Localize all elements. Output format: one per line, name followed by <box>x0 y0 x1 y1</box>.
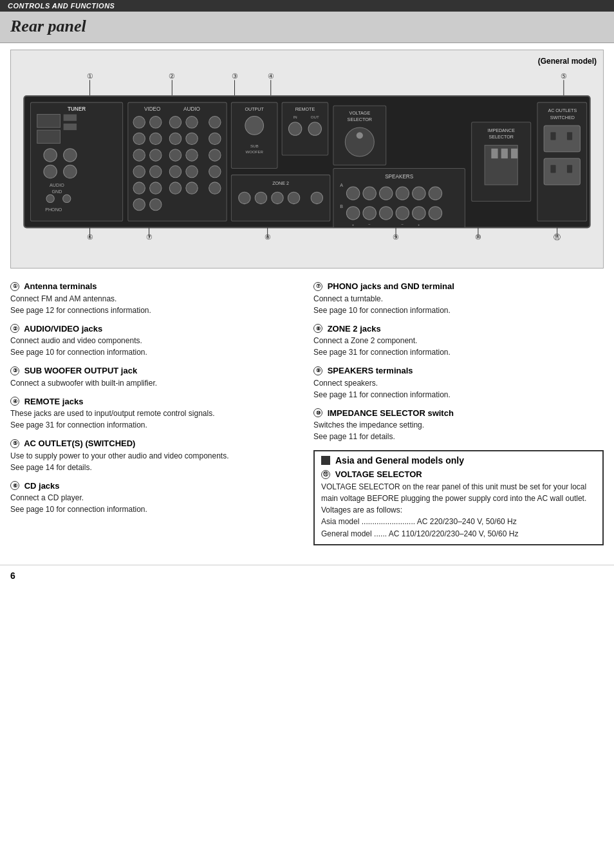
section-cd: ⑥ CD jacks Connect a CD player. See page… <box>10 481 301 516</box>
rear-panel-diagram: ① ② ③ ④ ⑤ TUNER AUDIO GND PHONO VIDEO <box>17 70 597 261</box>
num-8: ⑧ <box>313 324 322 333</box>
section-speakers-body: Connect speakers. See page 11 for connec… <box>313 377 604 401</box>
svg-point-32 <box>186 117 198 128</box>
title-section: Rear panel <box>0 12 614 43</box>
svg-text:A: A <box>340 183 343 188</box>
svg-point-38 <box>209 133 221 144</box>
left-content: ① Antenna terminals Connect FM and AM an… <box>10 281 301 552</box>
svg-point-69 <box>239 192 250 203</box>
section-ac-title: ⑤ AC OUTLET(S) (SWITCHED) <box>10 439 301 449</box>
svg-text:④: ④ <box>268 72 274 80</box>
general-model-label: (General model) <box>538 57 597 66</box>
svg-text:TUNER: TUNER <box>68 106 86 112</box>
svg-point-49 <box>133 182 145 194</box>
svg-point-77 <box>345 127 374 156</box>
num-2: ② <box>10 324 19 333</box>
section-av-body: Connect audio and video components. See … <box>10 335 301 358</box>
section-speakers-title: ⑨ SPEAKERS terminals <box>313 366 604 376</box>
svg-point-24 <box>63 194 71 202</box>
svg-point-36 <box>169 133 181 144</box>
section-antenna-title: ① Antenna terminals <box>10 281 301 292</box>
section-av-jacks: ② AUDIO/VIDEO jacks Connect audio and vi… <box>10 324 301 359</box>
section-subwoofer: ③ SUB WOOFER OUTPUT jack Connect a subwo… <box>10 366 301 389</box>
svg-point-71 <box>272 192 283 203</box>
section-cd-body: Connect a CD player. See page 10 for con… <box>10 492 301 515</box>
svg-point-20 <box>64 165 77 178</box>
svg-point-41 <box>169 149 181 161</box>
num-10: ⑩ <box>313 408 322 417</box>
svg-text:PHONO: PHONO <box>45 207 62 212</box>
section-zone2-title: ⑧ ZONE 2 jacks <box>313 324 604 334</box>
num-4: ④ <box>10 397 19 406</box>
svg-text:②: ② <box>169 72 175 80</box>
section-remote-title: ④ REMOTE jacks <box>10 397 301 407</box>
svg-point-51 <box>169 182 181 194</box>
svg-point-52 <box>186 182 198 194</box>
svg-point-43 <box>209 149 221 161</box>
svg-point-87 <box>429 187 442 200</box>
diagram-area: (General model) ① ② ③ ④ ⑤ TUNER AUDIO GN… <box>10 50 604 269</box>
svg-rect-103 <box>491 149 498 158</box>
svg-text:VIDEO: VIDEO <box>144 106 160 112</box>
svg-text:①: ① <box>87 72 93 80</box>
section-cd-title: ⑥ CD jacks <box>10 481 301 491</box>
svg-point-92 <box>396 207 409 220</box>
svg-rect-13 <box>37 115 60 127</box>
svg-point-73 <box>311 192 322 203</box>
section-phono-title: ⑦ PHONO jacks and GND terminal <box>313 281 604 292</box>
special-section: Asia and General models only ⑪ VOLTAGE S… <box>313 450 604 545</box>
voltage-row-asia: Asia model ......................... AC … <box>321 516 596 528</box>
svg-point-47 <box>186 165 198 177</box>
section-impedance-body: Switches the impedance setting. See page… <box>313 419 604 442</box>
content-area: ① Antenna terminals Connect FM and AM an… <box>0 275 614 558</box>
svg-point-31 <box>169 117 181 128</box>
section-zone2: ⑧ ZONE 2 jacks Connect a Zone 2 componen… <box>313 324 604 359</box>
svg-point-46 <box>169 165 181 177</box>
svg-point-93 <box>413 207 425 220</box>
svg-point-89 <box>346 207 359 220</box>
svg-point-50 <box>150 182 162 194</box>
voltage-table: Asia model ......................... AC … <box>321 516 596 540</box>
svg-point-35 <box>150 133 162 144</box>
svg-text:ZONE 2: ZONE 2 <box>272 181 289 186</box>
svg-point-82 <box>346 187 359 200</box>
svg-text:③: ③ <box>232 72 238 80</box>
page-number: 6 <box>0 565 614 586</box>
page-title: Rear panel <box>10 17 604 36</box>
svg-rect-110 <box>550 132 555 140</box>
svg-rect-104 <box>501 149 508 158</box>
svg-point-42 <box>186 149 198 161</box>
svg-point-58 <box>245 117 264 135</box>
svg-point-29 <box>133 117 145 128</box>
svg-point-55 <box>150 198 162 210</box>
section-subwoofer-body: Connect a subwoofer with built-in amplif… <box>10 377 301 389</box>
svg-text:−: − <box>368 222 371 227</box>
svg-rect-109 <box>544 126 580 152</box>
svg-point-91 <box>379 207 392 220</box>
section-av-title: ② AUDIO/VIDEO jacks <box>10 324 301 334</box>
svg-rect-105 <box>511 149 517 158</box>
section-antenna-body: Connect FM and AM antennas. See page 12 … <box>10 293 301 316</box>
svg-text:GND: GND <box>51 189 62 194</box>
section-remote: ④ REMOTE jacks These jacks are used to i… <box>10 397 301 431</box>
section-subwoofer-title: ③ SUB WOOFER OUTPUT jack <box>10 366 301 376</box>
svg-rect-14 <box>37 130 60 143</box>
num-3: ③ <box>10 366 19 375</box>
svg-text:SELECTOR: SELECTOR <box>489 135 514 140</box>
svg-point-54 <box>133 198 145 210</box>
section-antenna: ① Antenna terminals Connect FM and AM an… <box>10 281 301 316</box>
voltage-row-general: General model ...... AC 110/120/220/230–… <box>321 528 596 540</box>
right-content: ⑦ PHONO jacks and GND terminal Connect a… <box>313 281 604 552</box>
svg-point-53 <box>209 182 221 194</box>
svg-point-78 <box>357 132 363 138</box>
special-section-title-text: Asia and General models only <box>335 455 464 466</box>
voltage-selector-title: ⑪ VOLTAGE SELECTOR <box>321 469 596 480</box>
svg-point-83 <box>363 187 376 200</box>
svg-text:−: − <box>402 222 404 227</box>
section-header: CONTROLS AND FUNCTIONS <box>0 0 614 12</box>
svg-text:⑤: ⑤ <box>561 72 567 80</box>
svg-point-70 <box>255 192 266 203</box>
section-impedance: ⑩ IMPEDANCE SELECTOR switch Switches the… <box>313 408 604 443</box>
section-speakers: ⑨ SPEAKERS terminals Connect speakers. S… <box>313 366 604 401</box>
svg-text:IMPEDANCE: IMPEDANCE <box>487 128 515 133</box>
